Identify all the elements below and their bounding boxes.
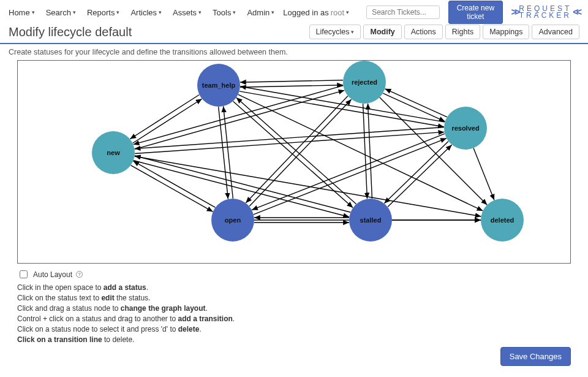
chevron-down-icon: ▾ bbox=[351, 29, 354, 35]
help-line: Click on the status text to edit the sta… bbox=[17, 293, 571, 303]
info-icon[interactable]: ? bbox=[76, 271, 83, 278]
lifecycle-canvas[interactable]: newteam_helprejectedresolvedopenstalledd… bbox=[17, 60, 571, 264]
svg-point-5 bbox=[349, 199, 392, 242]
auto-layout-checkbox[interactable] bbox=[20, 270, 28, 278]
controls: Auto Layout ? Click in the open space to… bbox=[0, 264, 588, 345]
transition-edge[interactable] bbox=[135, 127, 444, 148]
transition-edge[interactable] bbox=[363, 104, 368, 199]
transition-edge[interactable] bbox=[246, 96, 348, 203]
status-node-resolved[interactable]: resolved bbox=[444, 107, 487, 150]
nav-item-admin[interactable]: Admin▾ bbox=[247, 8, 274, 17]
tabs: Lifecycles▾ Modify Actions Rights Mappin… bbox=[309, 25, 579, 39]
transition-edge[interactable] bbox=[240, 80, 343, 83]
svg-point-0 bbox=[92, 131, 135, 174]
help-line: Click in the open space to add a status. bbox=[17, 283, 571, 293]
transition-edge[interactable] bbox=[240, 86, 445, 122]
chevron-down-icon: ▾ bbox=[233, 9, 236, 15]
nav-item-home[interactable]: Home▾ bbox=[9, 8, 35, 17]
svg-point-4 bbox=[211, 199, 254, 242]
transition-edge[interactable] bbox=[130, 94, 199, 139]
chevron-down-icon: ▾ bbox=[271, 9, 274, 15]
nav-item-reports[interactable]: Reports▾ bbox=[87, 8, 120, 17]
logo: >> REQUESTTRACKER << bbox=[511, 6, 579, 19]
svg-point-3 bbox=[444, 107, 487, 150]
nav-item-search[interactable]: Search▾ bbox=[46, 8, 76, 17]
chevron-down-icon: ▾ bbox=[116, 9, 119, 15]
transition-edge[interactable] bbox=[388, 145, 452, 207]
transition-edge[interactable] bbox=[383, 93, 445, 121]
status-node-new[interactable]: new bbox=[92, 131, 135, 174]
page-title: Modify lifecycle default bbox=[9, 25, 132, 39]
logged-in-user: root bbox=[331, 8, 344, 17]
svg-point-1 bbox=[197, 64, 240, 107]
nav-item-tools[interactable]: Tools▾ bbox=[213, 8, 236, 17]
chevron-right-icon: >> bbox=[511, 7, 518, 18]
help-line: Click and drag a status node to change t… bbox=[17, 303, 571, 314]
transition-edge[interactable] bbox=[238, 94, 483, 211]
help-line: Control + click on a status and drag to … bbox=[17, 314, 571, 324]
top-nav: Home▾Search▾Reports▾Articles▾Assets▾Tool… bbox=[0, 0, 588, 23]
transition-edge[interactable] bbox=[254, 139, 447, 215]
status-node-stalled[interactable]: stalled bbox=[349, 199, 392, 242]
svg-point-2 bbox=[343, 61, 386, 104]
help-line: Click on a transition line to delete. bbox=[17, 335, 571, 345]
title-bar: Modify lifecycle default Lifecycles▾ Mod… bbox=[0, 23, 588, 44]
nav-logged-in[interactable]: Logged in as root▾ bbox=[283, 8, 349, 17]
chevron-down-icon: ▾ bbox=[73, 9, 76, 15]
tab-actions[interactable]: Actions bbox=[404, 25, 443, 39]
tab-lifecycles[interactable]: Lifecycles▾ bbox=[309, 25, 361, 39]
tab-advanced[interactable]: Advanced bbox=[532, 25, 579, 39]
nav-item-articles[interactable]: Articles▾ bbox=[130, 8, 162, 17]
search-input[interactable] bbox=[366, 6, 440, 19]
tab-mappings[interactable]: Mappings bbox=[483, 25, 529, 39]
transition-edge[interactable] bbox=[133, 99, 202, 143]
transition-edge[interactable] bbox=[240, 85, 343, 88]
svg-point-6 bbox=[481, 199, 524, 242]
chevron-down-icon: ▾ bbox=[159, 9, 162, 15]
help-line: Click on a status node to select it and … bbox=[17, 324, 571, 335]
status-node-rejected[interactable]: rejected bbox=[343, 61, 386, 104]
subhead: Create statuses for your lifecycle and d… bbox=[0, 44, 588, 60]
tab-rights[interactable]: Rights bbox=[445, 25, 480, 39]
transition-edge[interactable] bbox=[252, 134, 445, 210]
status-node-open[interactable]: open bbox=[211, 199, 254, 242]
tab-modify[interactable]: Modify bbox=[363, 25, 401, 39]
transition-edge[interactable] bbox=[368, 104, 372, 199]
chevron-down-icon: ▾ bbox=[32, 9, 35, 15]
status-node-deleted[interactable]: deleted bbox=[481, 199, 524, 242]
transition-edge[interactable] bbox=[473, 148, 494, 200]
chevron-left-icon: << bbox=[573, 7, 579, 18]
create-ticket-button[interactable]: Create new ticket bbox=[448, 1, 502, 24]
transition-edge[interactable] bbox=[249, 99, 352, 206]
logged-in-prefix: Logged in as bbox=[283, 8, 328, 17]
save-changes-button[interactable]: Save Changes bbox=[500, 347, 571, 366]
transition-edge[interactable] bbox=[219, 107, 228, 199]
transition-edge[interactable] bbox=[135, 132, 444, 153]
nav-item-assets[interactable]: Assets▾ bbox=[173, 8, 202, 17]
transition-edge[interactable] bbox=[131, 166, 213, 212]
status-node-team_help[interactable]: team_help bbox=[197, 64, 240, 107]
chevron-down-icon: ▾ bbox=[346, 9, 349, 15]
transition-edge[interactable] bbox=[385, 89, 447, 117]
transition-edge[interactable] bbox=[134, 156, 481, 216]
auto-layout-label: Auto Layout bbox=[33, 270, 72, 279]
chevron-down-icon: ▾ bbox=[198, 9, 202, 15]
